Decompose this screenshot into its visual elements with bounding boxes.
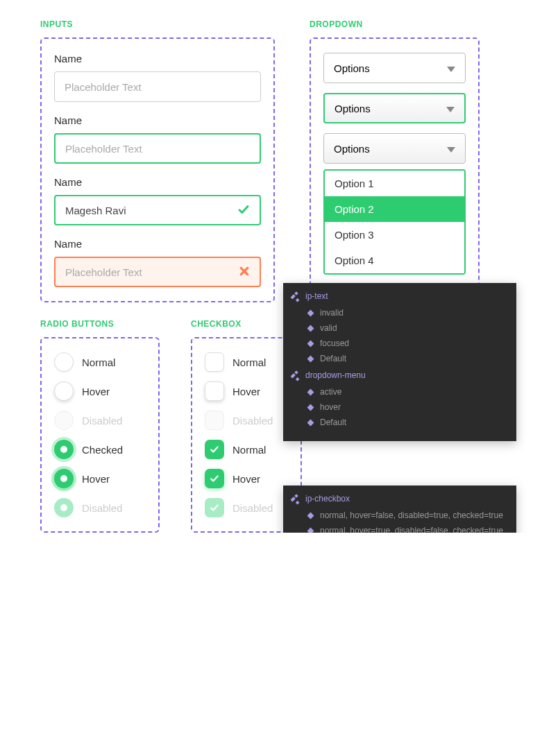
spec-variant-row[interactable]: valid [308, 323, 507, 333]
spec-variant-row[interactable]: Default [308, 418, 507, 427]
radio-button [54, 411, 74, 430]
radio-button[interactable] [54, 352, 74, 372]
inputs-section-title: INPUTS [40, 19, 275, 29]
radio-section-title: RADIO BUTTONS [40, 319, 160, 329]
variant-label: valid [320, 323, 337, 333]
radio-label: Hover [82, 386, 110, 397]
variant-label: focused [320, 338, 349, 348]
chevron-down-icon [447, 143, 455, 155]
chevron-down-icon [447, 62, 455, 74]
variant-label: normal, hover=true, disabled=false, chec… [320, 526, 503, 533]
dropdown-group: Options Options Options Option 1 Option … [310, 37, 480, 295]
variant-icon [307, 325, 314, 332]
spec-variant-row[interactable]: invalid [308, 308, 507, 318]
svg-marker-4 [447, 147, 455, 153]
radio-group: NormalHoverDisabledCheckedHoverDisabled [40, 337, 160, 533]
dropdown-active[interactable]: Options [323, 133, 466, 164]
chevron-down-icon [446, 103, 455, 114]
input-label-valid: Name [54, 176, 261, 188]
checkbox[interactable] [205, 469, 224, 488]
inputs-group: Name Placeholder Text Name Placeholder T… [40, 37, 275, 302]
input-placeholder: Placeholder Text [65, 266, 142, 278]
input-placeholder: Placeholder Text [65, 143, 142, 155]
dropdown-value: Options [334, 143, 370, 155]
input-placeholder: Placeholder Text [65, 81, 142, 93]
dropdown-option-2[interactable]: Option 2 [325, 196, 464, 222]
panel-group-title: ip-checkbox [305, 494, 350, 504]
variant-label: Default [320, 354, 346, 363]
variant-label: normal, hover=false, disabled=true, chec… [320, 510, 503, 520]
variant-label: active [320, 387, 341, 397]
dropdown-hover[interactable]: Options [323, 93, 466, 123]
spec-variant-row[interactable]: Default [308, 354, 507, 363]
checkbox[interactable] [205, 440, 224, 459]
radio-button[interactable] [54, 440, 74, 459]
radio-label: Hover [82, 473, 110, 485]
component-icon [293, 293, 300, 300]
spec-panel-checkbox: ip-checkbox normal, hover=false, disable… [283, 486, 516, 533]
variant-icon [307, 388, 314, 395]
input-label-focused: Name [54, 114, 261, 126]
dropdown-menu: Option 1 Option 2 Option 3 Option 4 [323, 169, 466, 275]
variant-icon [307, 340, 314, 347]
checkbox-label: Normal [232, 356, 266, 368]
radio-button[interactable] [54, 381, 74, 401]
variant-icon [307, 419, 314, 426]
radio-label: Disabled [82, 502, 122, 514]
panel-group-title: dropdown-menu [305, 370, 366, 380]
dropdown-value: Options [334, 62, 370, 74]
input-value: Magesh Ravi [65, 205, 126, 216]
radio-label: Checked [82, 444, 123, 456]
svg-marker-2 [447, 67, 455, 72]
radio-label: Normal [82, 356, 115, 368]
radio-button [54, 498, 74, 517]
checkbox-label: Disabled [232, 502, 273, 514]
spec-variant-row[interactable]: normal, hover=false, disabled=true, chec… [308, 510, 507, 520]
checkbox-label: Disabled [232, 415, 273, 427]
radio-label: Disabled [82, 415, 122, 427]
dropdown-default[interactable]: Options [323, 53, 466, 83]
x-icon [239, 266, 250, 279]
check-icon [237, 203, 250, 218]
dropdown-option-4[interactable]: Option 4 [325, 248, 464, 273]
checkbox[interactable] [205, 381, 224, 401]
dropdown-section-title: DROPDOWN [310, 19, 480, 29]
component-icon [293, 372, 300, 379]
text-input-invalid[interactable]: Placeholder Text [54, 257, 261, 287]
checkbox [205, 498, 224, 517]
variant-icon [307, 404, 314, 411]
checkbox [205, 411, 224, 430]
checkbox-label: Hover [232, 386, 260, 397]
dropdown-option-3[interactable]: Option 3 [325, 222, 464, 248]
variant-icon [307, 309, 314, 316]
spec-variant-row[interactable]: normal, hover=true, disabled=false, chec… [308, 526, 507, 533]
variant-label: Default [320, 418, 346, 427]
dropdown-value: Options [335, 103, 371, 114]
radio-button[interactable] [54, 469, 74, 488]
text-input-focused[interactable]: Placeholder Text [54, 133, 261, 164]
variant-icon [307, 512, 314, 519]
checkbox-label: Hover [232, 473, 260, 485]
checkbox-label: Normal [232, 444, 266, 456]
spec-variant-row[interactable]: hover [308, 402, 507, 412]
checkbox[interactable] [205, 352, 224, 372]
variant-label: hover [320, 402, 341, 412]
component-icon [293, 495, 300, 502]
spec-variant-row[interactable]: active [308, 387, 507, 397]
variant-label: invalid [320, 308, 344, 318]
text-input-default[interactable]: Placeholder Text [54, 71, 261, 102]
dropdown-option-1[interactable]: Option 1 [325, 171, 464, 196]
input-label-default: Name [54, 53, 261, 65]
svg-marker-3 [446, 107, 455, 112]
spec-variant-row[interactable]: focused [308, 338, 507, 348]
variant-icon [307, 355, 314, 362]
text-input-valid[interactable]: Magesh Ravi [54, 195, 261, 225]
spec-panel-text-dropdown: ip-text invalidvalidfocusedDefault dropd… [283, 283, 516, 441]
variant-icon [307, 527, 314, 533]
input-label-invalid: Name [54, 238, 261, 250]
panel-group-title: ip-text [305, 291, 328, 301]
